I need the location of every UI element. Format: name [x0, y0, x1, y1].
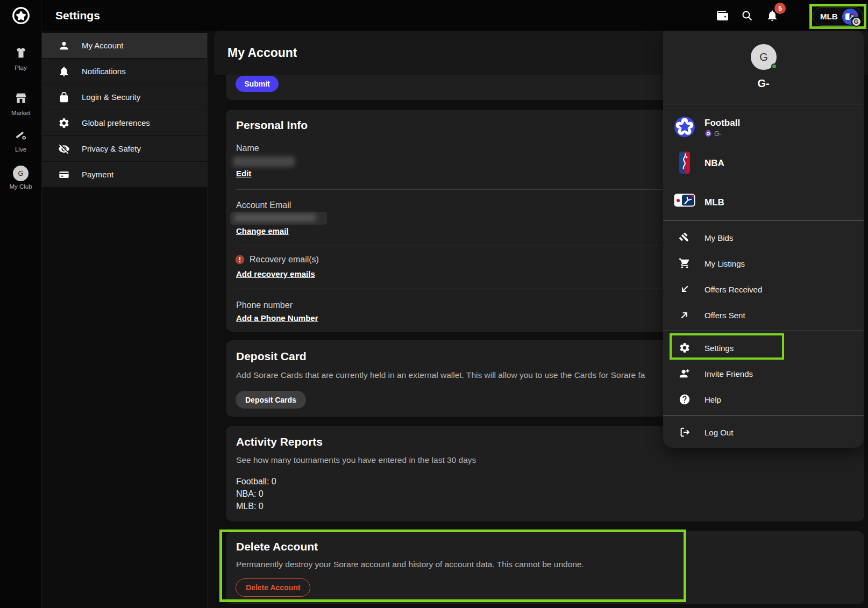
credit-card-icon: [58, 169, 70, 181]
menu-item-football[interactable]: Football G-: [663, 116, 864, 147]
lock-icon: [58, 91, 70, 103]
gear-icon: [679, 342, 691, 354]
wallet-icon[interactable]: [716, 9, 729, 22]
nav-label: Global preferences: [82, 118, 150, 127]
log-out-label: Log Out: [705, 428, 733, 437]
online-status-dot: [771, 63, 777, 69]
menu-item-nba[interactable]: NBA: [663, 152, 864, 177]
personal-info-title: Personal Info: [236, 119, 308, 132]
divider: [663, 104, 864, 104]
my-listings-label: My Listings: [705, 259, 745, 268]
arrow-up-right-icon: [679, 309, 691, 321]
sport-pill-label: MLB: [820, 12, 838, 21]
delete-account-button[interactable]: Delete Account: [236, 578, 310, 597]
divider: [663, 415, 864, 416]
activity-reports-description: See how many tournaments you have entere…: [236, 455, 864, 465]
eye-off-icon: [58, 143, 70, 155]
nav-label: Login & Security: [82, 92, 140, 102]
help-label: Help: [705, 395, 721, 404]
baseball-bat-icon: [14, 128, 28, 144]
deposit-cards-button[interactable]: Deposit Cards: [236, 391, 306, 409]
offers-received-label: Offers Received: [705, 285, 762, 294]
activity-reports-title: Activity Reports: [236, 435, 323, 448]
person-icon: [58, 40, 70, 52]
club-avatar: G: [13, 166, 29, 181]
submit-button[interactable]: Submit: [236, 76, 279, 92]
rail-label-my-club: My Club: [0, 183, 41, 190]
top-bar: Settings 5 MLB G: [41, 0, 868, 31]
page-title: Settings: [55, 0, 100, 31]
change-email-link[interactable]: Change email: [236, 226, 289, 235]
rail-item-my-club[interactable]: G My Club: [0, 166, 41, 190]
menu-item-offers-received[interactable]: Offers Received: [663, 276, 864, 302]
activity-row-nba: NBA: 0: [236, 489, 264, 499]
recovery-email-label: Recovery email(s): [250, 255, 319, 264]
highlight-box-sport-pill: MLB G: [809, 4, 866, 29]
rail-item-market[interactable]: Market: [0, 91, 41, 116]
phone-number-label: Phone number: [236, 301, 293, 310]
person-plus-icon: [679, 368, 691, 380]
mlb-avatar-icon: G: [842, 9, 858, 25]
menu-item-invite-friends[interactable]: Invite Friends: [663, 361, 864, 387]
name-label: Name: [236, 144, 259, 153]
delete-account-description: Permanently destroy your Sorare account …: [236, 560, 864, 569]
notification-count-badge: 5: [774, 3, 786, 14]
arrow-down-left-icon: [679, 283, 691, 295]
menu-item-my-bids[interactable]: My Bids: [663, 225, 864, 251]
rail-label-play: Play: [0, 65, 41, 71]
activity-row-mlb: MLB: 0: [236, 502, 264, 511]
edit-name-link[interactable]: Edit: [236, 169, 251, 178]
my-bids-label: My Bids: [705, 233, 733, 242]
menu-item-help[interactable]: Help: [663, 387, 864, 412]
football-label: Football: [705, 118, 740, 128]
store-icon: [14, 91, 28, 108]
menu-item-log-out[interactable]: Log Out: [663, 419, 864, 445]
jersey-icon: [14, 46, 28, 62]
rail-label-market: Market: [0, 110, 41, 116]
redacted-name-value: [233, 156, 295, 167]
rail-label-live: Live: [0, 146, 41, 153]
divider: [663, 220, 864, 221]
sorare-star-icon: [12, 6, 30, 27]
section-title: My Account: [227, 31, 297, 75]
warning-icon: [235, 255, 245, 267]
football-club-icon: [674, 116, 695, 140]
sorare-logo[interactable]: [0, 6, 41, 27]
nav-label: My Account: [82, 41, 124, 50]
account-dropdown-menu: G G- Football G- NBA MLB: [663, 31, 864, 448]
menu-item-mlb[interactable]: MLB: [663, 194, 864, 219]
mlb-label: MLB: [705, 197, 724, 208]
menu-item-my-listings[interactable]: My Listings: [663, 251, 864, 276]
question-circle-icon: [679, 394, 691, 405]
left-rail: Play Market Live G My Club: [0, 0, 41, 608]
sport-switcher-pill[interactable]: MLB G: [813, 7, 863, 26]
nav-item-privacy-safety[interactable]: Privacy & Safety: [42, 136, 207, 161]
invite-friends-label: Invite Friends: [705, 369, 753, 378]
offers-sent-label: Offers Sent: [705, 311, 745, 320]
nav-item-my-account[interactable]: My Account: [42, 33, 207, 58]
deposit-card-title: Deposit Card: [236, 350, 307, 363]
nav-item-login-security[interactable]: Login & Security: [42, 84, 207, 110]
search-icon[interactable]: [741, 9, 753, 22]
delete-account-card: Delete Account Permanently destroy your …: [226, 531, 864, 604]
menu-item-settings[interactable]: Settings: [663, 335, 864, 361]
add-phone-number-link[interactable]: Add a Phone Number: [236, 313, 318, 323]
gavel-icon: [679, 232, 691, 244]
rail-item-live[interactable]: Live: [0, 128, 41, 153]
activity-row-football: Football: 0: [236, 477, 276, 487]
bell-icon: [58, 66, 70, 77]
redacted-email-field: [230, 212, 327, 225]
rail-item-play[interactable]: Play: [0, 46, 41, 71]
nba-label: NBA: [705, 158, 724, 169]
sorare-settings-screen: Play Market Live G My Club Settings: [0, 0, 868, 608]
add-recovery-emails-link[interactable]: Add recovery emails: [236, 269, 315, 278]
nav-item-payment[interactable]: Payment: [42, 162, 207, 187]
menu-item-offers-sent[interactable]: Offers Sent: [663, 302, 864, 328]
football-club-name: G-: [714, 130, 722, 138]
nav-item-notifications[interactable]: Notifications: [42, 59, 207, 84]
divider: [663, 331, 864, 331]
nav-item-global-preferences[interactable]: Global preferences: [42, 110, 207, 135]
nav-label: Notifications: [82, 67, 126, 76]
cart-icon: [679, 257, 691, 269]
username: G-: [663, 77, 864, 90]
